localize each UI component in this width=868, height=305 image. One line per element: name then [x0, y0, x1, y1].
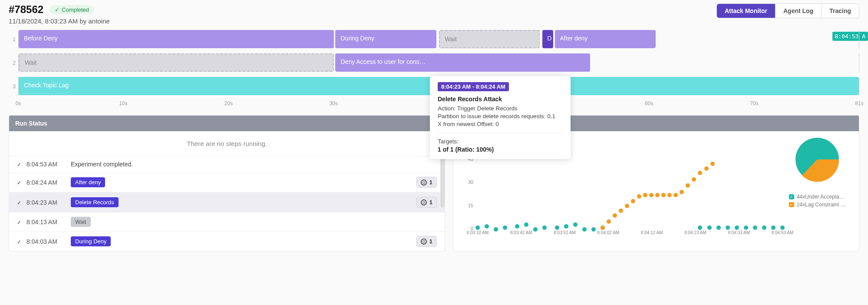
target-icon: [421, 179, 427, 186]
check-icon: [17, 199, 21, 206]
step-row[interactable]: 8:04:03 AMDuring Deny1: [9, 231, 445, 251]
step-row[interactable]: 8:04:23 AMDelete Records1: [9, 192, 445, 212]
status-label: Completed: [62, 7, 89, 13]
data-point[interactable]: [698, 225, 702, 230]
time-tick: 70s: [750, 100, 758, 106]
data-point[interactable]: [780, 225, 785, 230]
data-point[interactable]: [726, 225, 730, 230]
data-point[interactable]: [753, 225, 757, 230]
data-point[interactable]: [555, 225, 559, 230]
timeline-bar[interactable]: D: [542, 30, 553, 48]
step-time: 8:04:13 AM: [26, 219, 66, 225]
data-point[interactable]: [655, 193, 660, 197]
data-point[interactable]: [475, 225, 480, 230]
data-point[interactable]: [667, 193, 672, 197]
tooltip-ratio: 1 of 1 (Ratio: 100%): [438, 146, 563, 153]
data-point[interactable]: [607, 219, 611, 224]
data-point[interactable]: [649, 193, 653, 197]
timeline-bar[interactable]: Wait: [19, 53, 334, 72]
tooltip-targets-label: Targets:: [438, 138, 563, 145]
tooltip-partition: Partition to issue delete records reques…: [438, 113, 563, 119]
y-tick: 30: [468, 179, 473, 185]
time-tick: 0s: [16, 100, 21, 106]
target-count[interactable]: 1: [416, 177, 437, 188]
x-tick: 8:04:33 AM: [728, 230, 750, 235]
divider: [438, 133, 563, 133]
check-icon: ✓: [55, 7, 59, 13]
chart-legend: ✓ 44xUnder Accepta… ✓ 24xLag Constraint …: [789, 194, 846, 209]
y-tick: 15: [468, 203, 473, 208]
step-time: 8:04:53 AM: [26, 161, 66, 168]
check-icon: [17, 161, 21, 168]
tooltip-title: Delete Records Attack: [438, 96, 563, 103]
timeline-bar[interactable]: Before Deny: [19, 30, 334, 48]
legend-check-icon: ✓: [789, 202, 794, 207]
tooltip-timerange: 8:04:23 AM - 8:04:24 AM: [438, 82, 509, 91]
data-point[interactable]: [692, 177, 696, 182]
step-row[interactable]: 8:04:53 AMExperiment completed.: [9, 156, 445, 172]
data-point[interactable]: [710, 162, 715, 166]
data-point[interactable]: [744, 225, 748, 230]
tab-agent-log[interactable]: Agent Log: [775, 4, 821, 18]
run-subtitle: 11/18/2024, 8:03:23 AM by antoine: [9, 17, 110, 25]
data-point[interactable]: [631, 199, 635, 203]
status-badge: ✓ Completed: [50, 5, 94, 14]
step-text: Experiment completed.: [71, 161, 133, 168]
x-tick: 8:04:53 AM: [772, 230, 794, 235]
data-point[interactable]: [771, 225, 776, 230]
legend-check-icon: ✓: [789, 194, 794, 199]
row-number: 1: [9, 36, 16, 43]
timeline-bar[interactable]: During Deny: [335, 30, 436, 48]
target-count[interactable]: 1: [416, 236, 437, 247]
data-point[interactable]: [716, 225, 721, 230]
step-row[interactable]: 8:04:13 AMWait: [9, 212, 445, 231]
data-point[interactable]: [619, 209, 623, 213]
step-chip: Delete Records: [71, 197, 119, 207]
step-row[interactable]: 8:04:24 AMAfter deny1: [9, 172, 445, 192]
check-icon: [17, 179, 21, 186]
time-tick: 30s: [330, 100, 338, 106]
x-tick: 8:03:52 AM: [554, 230, 576, 235]
data-point[interactable]: [735, 225, 739, 230]
target-count[interactable]: 1: [416, 197, 437, 208]
time-tick: 20s: [224, 100, 233, 106]
row-number: 3: [9, 83, 16, 90]
data-point[interactable]: [698, 171, 702, 175]
data-point[interactable]: [542, 225, 547, 230]
no-steps-message: There are no steps running.: [9, 131, 445, 156]
timeline-bar[interactable]: Wait: [439, 30, 540, 48]
data-point[interactable]: [686, 183, 690, 188]
data-point[interactable]: [673, 193, 678, 197]
step-chip: During Deny: [71, 236, 111, 246]
timeline-bar[interactable]: Deny Access to user for cons…: [335, 53, 590, 72]
data-point[interactable]: [637, 194, 641, 199]
data-point[interactable]: [524, 222, 528, 227]
data-point[interactable]: [707, 225, 712, 230]
data-point[interactable]: [564, 224, 568, 229]
x-tick: 8:04:23 AM: [684, 230, 706, 235]
data-point[interactable]: [515, 224, 519, 229]
data-point[interactable]: [704, 166, 709, 171]
step-chip: After deny: [71, 177, 105, 187]
data-point[interactable]: [762, 225, 766, 230]
data-point[interactable]: [643, 193, 647, 197]
x-tick: 8:04:12 AM: [641, 230, 663, 235]
tab-tracing[interactable]: Tracing: [821, 4, 859, 18]
step-time: 8:04:24 AM: [26, 179, 66, 186]
data-point[interactable]: [485, 224, 489, 229]
pie-chart[interactable]: [793, 136, 841, 183]
data-point[interactable]: [680, 190, 684, 194]
target-icon: [421, 239, 427, 245]
data-point[interactable]: [661, 193, 666, 197]
x-tick: 8:03:42 AM: [510, 230, 532, 235]
tab-attack-monitor[interactable]: Attack Monitor: [717, 4, 775, 18]
data-point[interactable]: [601, 225, 605, 230]
data-point[interactable]: [625, 204, 629, 208]
x-tick: 8:03:32 AM: [467, 230, 489, 235]
data-point[interactable]: [613, 213, 617, 218]
data-point[interactable]: [503, 225, 507, 230]
data-point[interactable]: [573, 222, 578, 227]
timeline-bar[interactable]: After deny: [555, 30, 656, 48]
legend-teal-label: 44xUnder Accepta…: [797, 194, 845, 200]
check-icon: [17, 219, 21, 225]
